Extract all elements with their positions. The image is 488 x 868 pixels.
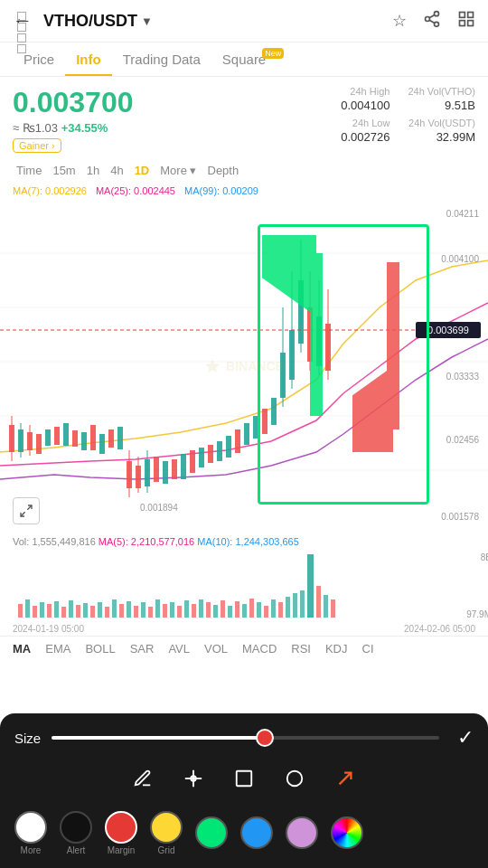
gainer-badge[interactable]: Gainer › [13,138,61,153]
pair-name: VTHO/USDT [43,12,137,31]
swatch-red-label: Margin [108,845,136,855]
main-chart[interactable]: 0.003699 0.04211 0.004100 0.03333 0.0245… [0,199,488,533]
swatch-rainbow[interactable] [331,816,363,849]
drawing-panel: Size ✓ [0,713,488,868]
svg-rect-117 [300,590,305,618]
svg-text:8B: 8B [481,552,488,562]
svg-rect-87 [83,603,88,618]
svg-rect-120 [324,595,328,618]
ind-tab-ma[interactable]: MA [13,642,31,656]
ind-tab-boll[interactable]: BOLL [85,642,115,656]
svg-rect-81 [40,602,44,618]
swatch-purple-col [286,816,318,851]
svg-line-4 [429,14,435,17]
pen-tool[interactable] [127,762,159,795]
size-slider-thumb[interactable] [256,729,274,747]
ind-tab-kdj[interactable]: KDJ [325,642,348,656]
swatch-blue-col [240,816,273,851]
svg-line-77 [21,512,25,516]
ctrl-1h[interactable]: 1h [83,162,103,179]
svg-rect-99 [170,602,174,618]
svg-rect-114 [278,602,283,618]
svg-rect-95 [141,602,145,618]
ind-tab-rsi[interactable]: RSI [291,642,311,656]
chart-layout-icon[interactable] [13,7,38,33]
ind-tab-ci[interactable]: CI [362,642,374,656]
ctrl-more[interactable]: More ▾ [156,162,200,179]
svg-text:97.9M: 97.9M [466,609,488,619]
swatch-black-label: Alert [67,845,86,855]
favorite-icon[interactable]: ☆ [392,11,407,31]
svg-rect-97 [155,599,160,618]
svg-rect-89 [98,602,102,618]
rect-tool[interactable] [228,762,260,795]
confirm-button[interactable]: ✓ [457,726,474,750]
swatch-yellow[interactable] [150,811,183,844]
svg-rect-25 [81,432,87,450]
ctrl-1d[interactable]: 1D [131,162,154,179]
ctrl-15m[interactable]: 15m [49,162,79,179]
svg-rect-5 [460,12,465,17]
pair-title[interactable]: VTHO/USDT ▼ [43,12,153,31]
tab-info[interactable]: Info [65,42,112,76]
ctrl-4h[interactable]: 4h [107,162,127,179]
svg-rect-40 [190,450,195,473]
svg-rect-23 [63,423,69,446]
svg-rect-6 [468,12,474,17]
ctrl-depth[interactable]: Depth [204,162,243,179]
ind-tab-ema[interactable]: EMA [45,642,70,656]
expand-chart-button[interactable] [13,497,40,524]
swatch-red[interactable] [105,811,137,844]
arrow-tool[interactable] [329,762,361,795]
ind-tab-avl[interactable]: AVL [168,642,190,656]
swatch-green[interactable] [195,816,228,849]
swatch-purple[interactable] [286,816,318,849]
ma25: MA(25): 0.002445 [96,185,175,196]
size-label: Size [14,731,41,746]
svg-rect-36 [154,457,159,482]
svg-rect-20 [36,434,42,454]
svg-rect-79 [25,599,30,618]
svg-rect-112 [264,606,268,618]
size-bar: Size ✓ [0,713,488,757]
svg-text:0.001894: 0.001894 [140,503,178,513]
tab-trading-data[interactable]: Trading Data [112,42,211,76]
svg-rect-24 [72,430,78,447]
ma-indicators: MA(7): 0.002926 MA(25): 0.002445 MA(99):… [0,183,488,199]
svg-rect-107 [228,606,232,618]
size-slider[interactable] [52,736,439,740]
svg-rect-39 [181,454,186,479]
circle-tool[interactable] [278,762,311,795]
svg-rect-94 [134,606,138,618]
swatch-blue[interactable] [240,816,273,849]
grid-dot [17,44,26,53]
svg-rect-85 [69,600,73,618]
cross-tool[interactable] [177,762,210,795]
chart-controls: Time 15m 1h 4h 1D More ▾ Depth [0,158,488,183]
svg-rect-113 [271,599,276,618]
ind-tab-vol[interactable]: VOL [204,642,228,656]
ind-tab-sar[interactable]: SAR [130,642,155,656]
ctrl-time[interactable]: Time [13,162,45,179]
ind-tab-macd[interactable]: MACD [242,642,277,656]
svg-rect-7 [460,20,465,25]
swatch-black[interactable] [60,811,92,844]
price-left: 0.003700 ≈ ₨1.03 +34.55% Gainer › [13,86,341,153]
swatch-white[interactable] [14,811,47,844]
svg-rect-108 [235,601,239,618]
svg-rect-80 [33,606,37,618]
price-section: 0.003700 ≈ ₨1.03 +34.55% Gainer › 24h Hi… [0,77,488,158]
svg-rect-100 [177,606,182,618]
pair-caret: ▼ [141,14,153,28]
swatch-green-col [195,816,228,851]
tab-square[interactable]: Square New [211,42,284,76]
volume-chart[interactable]: 8B 97.9M [0,550,488,622]
svg-rect-45 [235,429,240,453]
svg-rect-105 [213,605,218,618]
price-inr: ≈ ₨1.03 +34.55% [13,121,341,135]
date-labels: 2024-01-19 05:00 2024-02-06 05:00 [0,622,488,636]
layout-icon[interactable] [457,10,475,33]
share-icon[interactable] [423,10,441,33]
grid-dot [17,33,26,42]
svg-point-0 [435,11,439,15]
